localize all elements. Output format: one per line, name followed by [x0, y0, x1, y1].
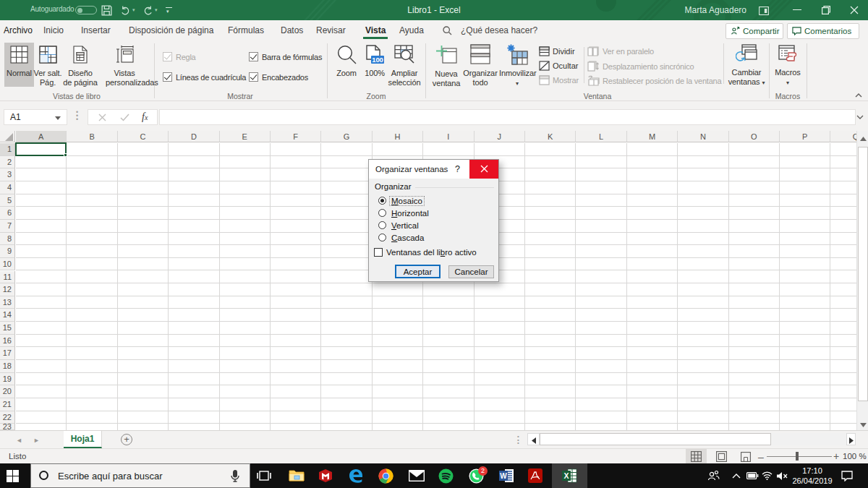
svg-text:100: 100 [372, 56, 383, 64]
svg-text:X: X [563, 471, 569, 480]
svg-text:W: W [500, 472, 507, 480]
